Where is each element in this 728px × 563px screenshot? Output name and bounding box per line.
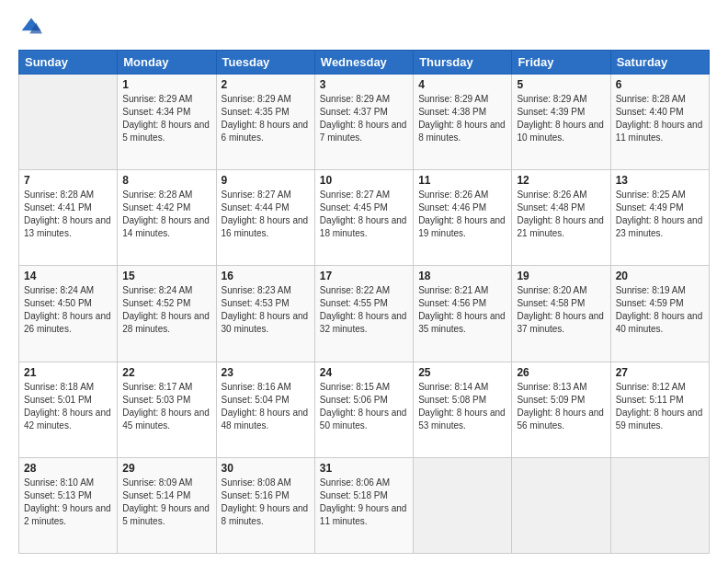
day-detail: Sunrise: 8:17 AM Sunset: 5:03 PM Dayligh… xyxy=(122,381,210,432)
day-cell: 19 Sunrise: 8:20 AM Sunset: 4:58 PM Dayl… xyxy=(512,266,610,362)
day-number: 13 xyxy=(616,174,704,187)
week-row-2: 14 Sunrise: 8:24 AM Sunset: 4:50 PM Dayl… xyxy=(19,266,710,362)
day-detail: Sunrise: 8:28 AM Sunset: 4:40 PM Dayligh… xyxy=(616,93,704,144)
day-number: 20 xyxy=(616,270,704,282)
day-cell: 11 Sunrise: 8:26 AM Sunset: 4:46 PM Dayl… xyxy=(414,170,512,266)
day-cell: 14 Sunrise: 8:24 AM Sunset: 4:50 PM Dayl… xyxy=(19,266,118,362)
day-number: 8 xyxy=(122,174,210,187)
day-number: 19 xyxy=(517,270,605,282)
day-cell: 27 Sunrise: 8:12 AM Sunset: 5:11 PM Dayl… xyxy=(610,362,709,457)
day-cell: 1 Sunrise: 8:29 AM Sunset: 4:34 PM Dayli… xyxy=(118,75,216,170)
day-detail: Sunrise: 8:10 AM Sunset: 5:13 PM Dayligh… xyxy=(24,477,112,528)
day-cell: 13 Sunrise: 8:25 AM Sunset: 4:49 PM Dayl… xyxy=(610,170,709,266)
day-detail: Sunrise: 8:26 AM Sunset: 4:46 PM Dayligh… xyxy=(418,189,506,240)
day-number: 15 xyxy=(122,270,210,282)
day-cell xyxy=(414,457,512,553)
day-cell: 29 Sunrise: 8:09 AM Sunset: 5:14 PM Dayl… xyxy=(118,457,216,553)
day-detail: Sunrise: 8:29 AM Sunset: 4:38 PM Dayligh… xyxy=(418,93,506,144)
weekday-header-thursday: Thursday xyxy=(414,51,512,75)
day-number: 10 xyxy=(320,174,408,187)
day-number: 21 xyxy=(24,366,112,379)
day-detail: Sunrise: 8:19 AM Sunset: 4:59 PM Dayligh… xyxy=(616,284,704,336)
day-cell: 10 Sunrise: 8:27 AM Sunset: 4:45 PM Dayl… xyxy=(314,170,413,266)
day-cell xyxy=(512,457,610,553)
weekday-header-monday: Monday xyxy=(118,51,216,75)
day-cell: 9 Sunrise: 8:27 AM Sunset: 4:44 PM Dayli… xyxy=(216,170,314,266)
day-number: 17 xyxy=(320,270,408,282)
day-cell: 20 Sunrise: 8:19 AM Sunset: 4:59 PM Dayl… xyxy=(610,266,709,362)
day-detail: Sunrise: 8:12 AM Sunset: 5:11 PM Dayligh… xyxy=(616,381,704,432)
day-number: 18 xyxy=(418,270,506,282)
day-cell: 26 Sunrise: 8:13 AM Sunset: 5:09 PM Dayl… xyxy=(512,362,610,457)
day-number: 6 xyxy=(616,78,704,91)
week-row-1: 7 Sunrise: 8:28 AM Sunset: 4:41 PM Dayli… xyxy=(19,170,710,266)
day-cell xyxy=(19,75,118,170)
day-cell: 28 Sunrise: 8:10 AM Sunset: 5:13 PM Dayl… xyxy=(19,457,118,553)
day-cell: 24 Sunrise: 8:15 AM Sunset: 5:06 PM Dayl… xyxy=(314,362,413,457)
day-number: 3 xyxy=(320,78,408,91)
day-number: 30 xyxy=(222,462,310,475)
week-row-3: 21 Sunrise: 8:18 AM Sunset: 5:01 PM Dayl… xyxy=(19,362,710,457)
day-detail: Sunrise: 8:06 AM Sunset: 5:18 PM Dayligh… xyxy=(320,477,408,528)
day-detail: Sunrise: 8:08 AM Sunset: 5:16 PM Dayligh… xyxy=(222,477,310,528)
day-number: 11 xyxy=(418,174,506,187)
day-number: 25 xyxy=(418,366,506,379)
week-row-4: 28 Sunrise: 8:10 AM Sunset: 5:13 PM Dayl… xyxy=(19,457,710,553)
week-row-0: 1 Sunrise: 8:29 AM Sunset: 4:34 PM Dayli… xyxy=(19,75,710,170)
day-number: 27 xyxy=(616,366,704,379)
day-cell: 30 Sunrise: 8:08 AM Sunset: 5:16 PM Dayl… xyxy=(216,457,314,553)
day-detail: Sunrise: 8:28 AM Sunset: 4:41 PM Dayligh… xyxy=(24,189,112,240)
calendar-body: 1 Sunrise: 8:29 AM Sunset: 4:34 PM Dayli… xyxy=(19,75,710,554)
day-cell: 22 Sunrise: 8:17 AM Sunset: 5:03 PM Dayl… xyxy=(118,362,216,457)
day-number: 7 xyxy=(24,174,112,187)
day-cell: 12 Sunrise: 8:26 AM Sunset: 4:48 PM Dayl… xyxy=(512,170,610,266)
day-detail: Sunrise: 8:29 AM Sunset: 4:39 PM Dayligh… xyxy=(517,93,605,144)
weekday-header-saturday: Saturday xyxy=(610,51,709,75)
logo xyxy=(18,15,42,40)
day-cell xyxy=(610,457,709,553)
day-detail: Sunrise: 8:09 AM Sunset: 5:14 PM Dayligh… xyxy=(122,477,210,528)
day-detail: Sunrise: 8:14 AM Sunset: 5:08 PM Dayligh… xyxy=(418,381,506,432)
weekday-header-tuesday: Tuesday xyxy=(216,51,314,75)
day-number: 1 xyxy=(122,78,210,91)
day-cell: 5 Sunrise: 8:29 AM Sunset: 4:39 PM Dayli… xyxy=(512,75,610,170)
day-cell: 31 Sunrise: 8:06 AM Sunset: 5:18 PM Dayl… xyxy=(314,457,413,553)
day-cell: 6 Sunrise: 8:28 AM Sunset: 4:40 PM Dayli… xyxy=(610,75,709,170)
day-cell: 8 Sunrise: 8:28 AM Sunset: 4:42 PM Dayli… xyxy=(118,170,216,266)
day-detail: Sunrise: 8:27 AM Sunset: 4:45 PM Dayligh… xyxy=(320,189,408,240)
day-detail: Sunrise: 8:15 AM Sunset: 5:06 PM Dayligh… xyxy=(320,381,408,432)
day-number: 2 xyxy=(222,78,310,91)
day-number: 5 xyxy=(517,78,605,91)
day-detail: Sunrise: 8:29 AM Sunset: 4:34 PM Dayligh… xyxy=(122,93,210,144)
day-detail: Sunrise: 8:24 AM Sunset: 4:52 PM Dayligh… xyxy=(122,284,210,336)
day-number: 14 xyxy=(24,270,112,282)
day-number: 29 xyxy=(122,462,210,475)
calendar-table: SundayMondayTuesdayWednesdayThursdayFrid… xyxy=(18,50,710,554)
day-detail: Sunrise: 8:18 AM Sunset: 5:01 PM Dayligh… xyxy=(24,381,112,432)
day-detail: Sunrise: 8:20 AM Sunset: 4:58 PM Dayligh… xyxy=(517,284,605,336)
day-cell: 4 Sunrise: 8:29 AM Sunset: 4:38 PM Dayli… xyxy=(414,75,512,170)
weekday-header-sunday: Sunday xyxy=(19,51,118,75)
day-detail: Sunrise: 8:25 AM Sunset: 4:49 PM Dayligh… xyxy=(616,189,704,240)
page: SundayMondayTuesdayWednesdayThursdayFrid… xyxy=(0,0,728,563)
day-cell: 7 Sunrise: 8:28 AM Sunset: 4:41 PM Dayli… xyxy=(19,170,118,266)
day-detail: Sunrise: 8:13 AM Sunset: 5:09 PM Dayligh… xyxy=(517,381,605,432)
day-number: 24 xyxy=(320,366,408,379)
day-number: 22 xyxy=(122,366,210,379)
day-detail: Sunrise: 8:16 AM Sunset: 5:04 PM Dayligh… xyxy=(222,381,310,432)
day-detail: Sunrise: 8:27 AM Sunset: 4:44 PM Dayligh… xyxy=(222,189,310,240)
day-detail: Sunrise: 8:23 AM Sunset: 4:53 PM Dayligh… xyxy=(222,284,310,336)
day-cell: 17 Sunrise: 8:22 AM Sunset: 4:55 PM Dayl… xyxy=(314,266,413,362)
day-cell: 23 Sunrise: 8:16 AM Sunset: 5:04 PM Dayl… xyxy=(216,362,314,457)
day-detail: Sunrise: 8:29 AM Sunset: 4:35 PM Dayligh… xyxy=(222,93,310,144)
header xyxy=(18,15,710,40)
day-cell: 15 Sunrise: 8:24 AM Sunset: 4:52 PM Dayl… xyxy=(118,266,216,362)
day-number: 16 xyxy=(222,270,310,282)
day-cell: 16 Sunrise: 8:23 AM Sunset: 4:53 PM Dayl… xyxy=(216,266,314,362)
day-cell: 2 Sunrise: 8:29 AM Sunset: 4:35 PM Dayli… xyxy=(216,75,314,170)
day-number: 9 xyxy=(222,174,310,187)
day-cell: 18 Sunrise: 8:21 AM Sunset: 4:56 PM Dayl… xyxy=(414,266,512,362)
day-number: 4 xyxy=(418,78,506,91)
day-cell: 21 Sunrise: 8:18 AM Sunset: 5:01 PM Dayl… xyxy=(19,362,118,457)
day-number: 12 xyxy=(517,174,605,187)
